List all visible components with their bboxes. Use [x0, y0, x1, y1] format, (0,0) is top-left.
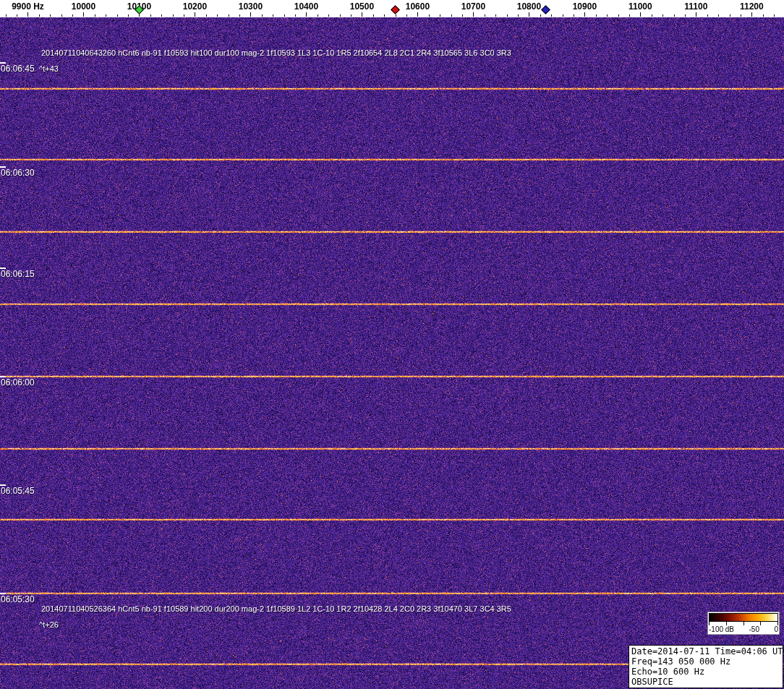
freq-tick-label: 10400 [294, 1, 318, 12]
freq-minor-tick [551, 14, 552, 17]
freq-minor-tick [50, 14, 51, 17]
freq-minor-tick [451, 14, 452, 17]
freq-minor-tick [618, 14, 619, 17]
freq-minor-tick [128, 14, 129, 17]
freq-tick-label: 9900 Hz [12, 1, 44, 12]
waterfall-overlays: 06:06:4506:06:3006:06:1506:06:0006:05:45… [0, 17, 784, 689]
freq-minor-tick [462, 14, 463, 17]
freq-minor-tick [518, 14, 519, 17]
freq-minor-tick [95, 14, 95, 17]
freq-tick-label: 10000 [72, 1, 95, 12]
colorbar-gradient [709, 613, 778, 622]
freq-minor-tick [629, 14, 630, 17]
info-echo-frequency: Echo=10 600 Hz [631, 667, 780, 677]
freq-minor-tick [384, 14, 385, 17]
freq-minor-tick [229, 14, 229, 17]
freq-major-tick [362, 12, 362, 17]
freq-minor-tick [328, 14, 329, 17]
freq-minor-tick [173, 14, 174, 17]
freq-minor-tick [406, 14, 407, 17]
freq-minor-tick [318, 14, 318, 17]
event-annotation: 20140711040643260 hCnt6 nb-91 f10593 hit… [41, 48, 511, 58]
freq-minor-tick [117, 14, 118, 17]
event-annotation-sub: ^t+43 [39, 64, 59, 74]
freq-major-tick [473, 12, 474, 17]
freq-tick-label: 11000 [629, 1, 652, 12]
freq-tick-label: 10600 [406, 1, 430, 12]
freq-minor-tick [295, 14, 296, 17]
status-info-box: Date=2014-07-11 Time=04:06 UTC Freq=143 … [629, 645, 783, 688]
freq-minor-tick [217, 14, 218, 17]
colorbar-label-max: 0 [774, 625, 778, 633]
freq-minor-tick [507, 14, 508, 17]
freq-minor-tick [273, 14, 273, 17]
time-label: 06:06:15 [1, 270, 35, 279]
freq-major-tick [306, 12, 307, 17]
colorbar-labels: -100 dB -50 0 [709, 625, 778, 633]
freq-minor-tick [396, 14, 396, 17]
info-date-time: Date=2014-07-11 Time=04:06 UTC [631, 646, 780, 656]
freq-minor-tick [674, 14, 675, 17]
freq-minor-tick [574, 14, 574, 17]
freq-major-tick [250, 12, 251, 17]
freq-minor-tick [61, 14, 62, 17]
freq-minor-tick [429, 14, 430, 17]
event-annotation: 20140711040526364 hCnt5 nb-91 f10589 hit… [41, 604, 511, 614]
freq-minor-tick [596, 14, 597, 17]
freq-minor-tick [707, 14, 708, 17]
freq-tick-label: 11100 [684, 1, 707, 12]
blue-marker-diamond [541, 5, 550, 14]
freq-major-tick [640, 12, 641, 17]
time-label: 06:05:30 [1, 595, 35, 604]
freq-major-tick [584, 12, 585, 17]
freq-tick-label: 10800 [517, 1, 541, 12]
freq-major-tick [83, 12, 84, 17]
freq-tick-label: 10500 [350, 1, 374, 12]
time-label: 06:05:45 [1, 487, 35, 496]
freq-minor-tick [17, 14, 17, 17]
freq-minor-tick [607, 14, 608, 17]
freq-minor-tick [72, 14, 73, 17]
freq-minor-tick [730, 14, 730, 17]
freq-minor-tick [763, 14, 764, 17]
freq-minor-tick [206, 14, 207, 17]
freq-minor-tick [718, 14, 719, 17]
freq-tick-label: 10300 [239, 1, 263, 12]
freq-minor-tick [262, 14, 263, 17]
frequency-axis: 9900 Hz100001010010200103001040010500106… [0, 0, 784, 17]
freq-minor-tick [239, 14, 240, 17]
info-frequency: Freq=143 050 000 Hz [631, 656, 780, 667]
freq-minor-tick [495, 14, 496, 17]
colorbar-label-min: -100 dB [709, 625, 734, 633]
freq-minor-tick [161, 14, 162, 17]
freq-minor-tick [485, 14, 485, 17]
freq-minor-tick [373, 14, 374, 17]
freq-minor-tick [741, 14, 741, 17]
freq-minor-tick [440, 14, 440, 17]
freq-tick-label: 11200 [740, 1, 764, 12]
freq-minor-tick [340, 14, 341, 17]
freq-minor-tick [150, 14, 151, 17]
freq-minor-tick [284, 14, 285, 17]
freq-minor-tick [652, 14, 652, 17]
freq-major-tick [417, 12, 418, 17]
colorbar-label-mid: -50 [749, 625, 759, 633]
time-label: 06:06:45 [1, 64, 35, 74]
freq-major-tick [696, 12, 696, 17]
time-label: 06:06:00 [1, 378, 35, 388]
freq-minor-tick [184, 14, 184, 17]
freq-minor-tick [6, 14, 7, 17]
time-label: 06:06:30 [1, 168, 35, 178]
freq-major-tick [529, 12, 529, 17]
spectrogram-waterfall: 06:06:4506:06:3006:06:1506:06:0006:05:45… [0, 17, 784, 689]
colorbar: -100 dB -50 0 [707, 612, 780, 635]
freq-minor-tick [540, 14, 541, 17]
freq-minor-tick [563, 14, 563, 17]
freq-tick-label: 10200 [183, 1, 207, 12]
freq-major-tick [27, 12, 28, 17]
freq-major-tick [751, 12, 752, 17]
red-marker-diamond [391, 5, 400, 14]
freq-major-tick [195, 12, 195, 17]
freq-minor-tick [106, 14, 106, 17]
freq-tick-label: 10900 [573, 1, 597, 12]
